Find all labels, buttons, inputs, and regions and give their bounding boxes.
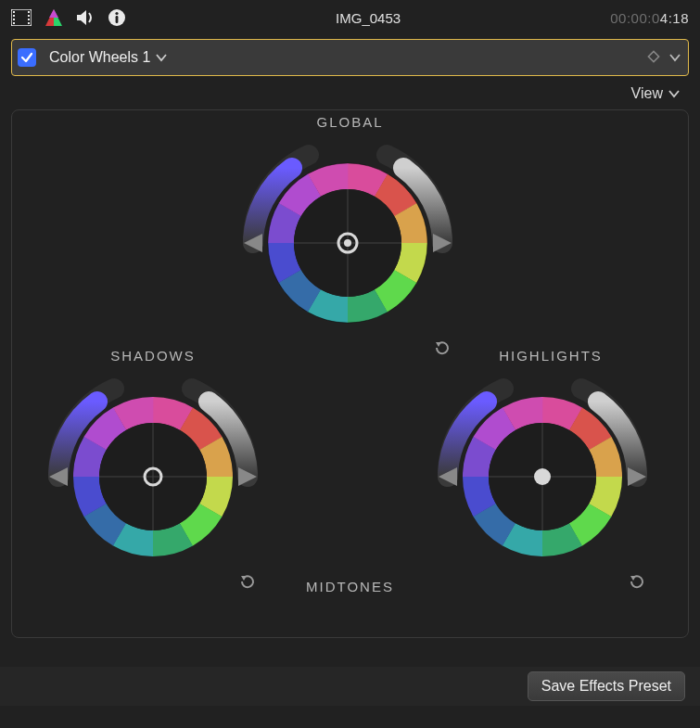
svg-point-38 — [344, 239, 351, 247]
enable-checkbox[interactable] — [18, 48, 36, 67]
keyframe-diamond-icon[interactable] — [647, 50, 660, 66]
svg-rect-8 — [28, 22, 30, 24]
timecode: 00:00:04:18 — [610, 10, 689, 26]
svg-rect-2 — [13, 15, 15, 17]
svg-point-15 — [115, 12, 118, 15]
svg-rect-16 — [116, 16, 119, 23]
svg-rect-7 — [28, 19, 30, 20]
wheel-label-midtones: MIDTONES — [12, 579, 688, 594]
chevron-down-icon[interactable] — [669, 50, 681, 65]
info-tab-icon[interactable] — [108, 8, 126, 27]
wheel-label-shadows: SHADOWS — [60, 348, 246, 364]
svg-marker-12 — [49, 9, 58, 18]
wheel-label-highlights: HIGHLIGHTS — [449, 348, 653, 364]
color-tab-icon[interactable] — [45, 8, 63, 27]
svg-rect-6 — [28, 15, 30, 17]
inspector-footer: Save Effects Preset — [0, 667, 700, 706]
color-wheels-panel: GLOBAL — [11, 109, 689, 638]
timecode-dim: 00:00:0 — [610, 10, 660, 26]
audio-tab-icon[interactable] — [76, 9, 95, 26]
timecode-bright: 4:18 — [660, 10, 689, 26]
color-wheel-shadows[interactable] — [32, 370, 274, 586]
wheel-label-global: GLOBAL — [12, 114, 688, 130]
video-tab-icon[interactable] — [11, 9, 32, 26]
color-wheel-highlights[interactable] — [422, 370, 663, 586]
chevron-down-icon — [156, 49, 167, 66]
svg-rect-4 — [13, 22, 15, 24]
correction-name-dropdown[interactable]: Color Wheels 1 — [49, 49, 647, 66]
svg-rect-1 — [13, 11, 15, 13]
correction-name-label: Color Wheels 1 — [49, 49, 150, 66]
save-effects-preset-button[interactable]: Save Effects Preset — [528, 671, 685, 701]
svg-marker-39 — [436, 342, 441, 347]
svg-rect-5 — [28, 11, 30, 13]
chevron-down-icon — [668, 85, 680, 102]
inspector-topbar: IMG_0453 00:00:04:18 — [0, 0, 700, 35]
clip-title: IMG_0453 — [126, 10, 610, 26]
view-menu-button[interactable]: View — [631, 85, 680, 102]
view-row: View — [0, 76, 700, 109]
keyframe-controls — [647, 50, 681, 66]
view-menu-label: View — [631, 85, 663, 102]
svg-point-76 — [534, 468, 551, 485]
svg-rect-17 — [648, 51, 658, 61]
svg-rect-3 — [13, 19, 15, 20]
topbar-tab-icons — [11, 8, 126, 27]
color-wheel-global[interactable] — [227, 136, 468, 352]
correction-bar[interactable]: Color Wheels 1 — [11, 39, 689, 76]
